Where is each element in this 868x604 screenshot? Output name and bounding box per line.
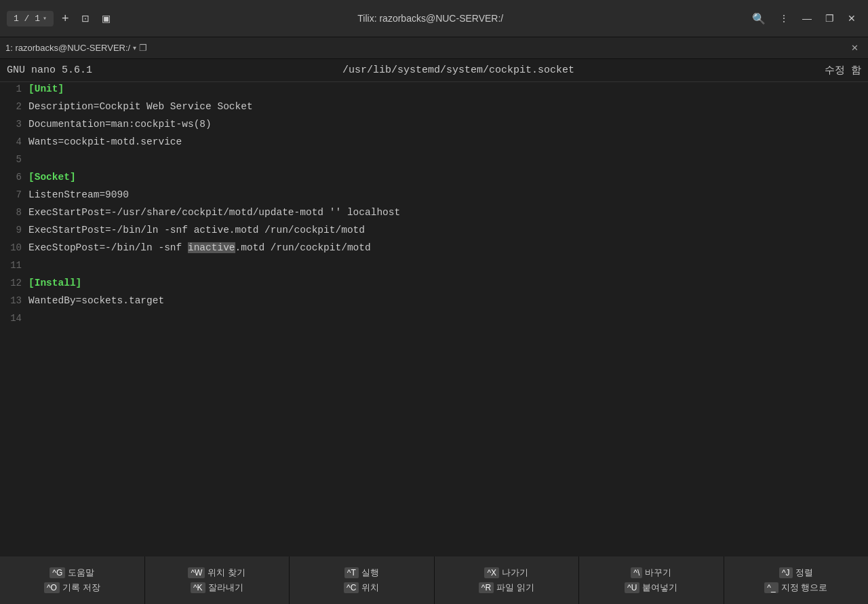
shortcut-key: ^O — [44, 582, 60, 593]
line-content: ExecStartPost=-/bin/ln -snf active.motd … — [28, 225, 365, 235]
line-number: 8 — [3, 207, 22, 218]
line-number: 7 — [3, 189, 22, 200]
restore-button[interactable]: ❐ — [820, 10, 840, 26]
line-number: 9 — [3, 225, 22, 235]
line-content: [Unit] — [28, 83, 64, 94]
shortcut-key: ^X — [484, 567, 499, 578]
shortcut-label: 위치 찾기 — [208, 567, 245, 579]
editor-line: 7ListenStream=9090 — [0, 189, 868, 207]
tab-count: 1 / 1 — [14, 14, 40, 24]
shortcut-row: ^R파일 읽기 — [479, 582, 534, 594]
line-number: 2 — [3, 101, 22, 112]
shortcut-col: ^X나가기^R파일 읽기 — [435, 556, 580, 604]
line-number: 1 — [3, 83, 22, 94]
nano-shortcuts: ^G도움말^O기록 저장^W위치 찾기^K잘라내기^T실행^C위치^X나가기^R… — [0, 556, 868, 604]
line-content: ExecStopPost=-/bin/ln -snf inactive.motd… — [28, 242, 371, 253]
editor-line: 5 — [0, 154, 868, 172]
line-number: 5 — [3, 154, 22, 165]
line-number: 6 — [3, 172, 22, 183]
shortcut-key: ^\ — [631, 567, 642, 578]
add-tab-button[interactable]: + — [58, 10, 73, 27]
shortcut-row: ^U붙여넣기 — [625, 582, 677, 594]
split-vertical-button[interactable]: ▣ — [98, 12, 115, 25]
shortcut-col: ^J정렬^_지정 행으로 — [724, 556, 869, 604]
session-restore-button[interactable]: ❐ — [136, 41, 150, 54]
shortcut-label: 나가기 — [502, 567, 528, 579]
shortcut-key: ^_ — [764, 582, 778, 593]
shortcut-row: ^G도움말 — [50, 567, 94, 579]
editor-content[interactable]: 1[Unit]2Description=Cockpit Web Service … — [0, 82, 868, 556]
editor-line: 13WantedBy=sockets.target — [0, 295, 868, 313]
shortcut-row: ^\바꾸기 — [631, 567, 671, 579]
line-content: ListenStream=9090 — [28, 189, 129, 200]
session-bar: 1: razorbacks@NUC-SERVER:/ ▾ ❐ ✕ — [0, 37, 868, 59]
shortcut-col: ^G도움말^O기록 저장 — [0, 556, 145, 604]
line-content: [Socket] — [28, 172, 76, 183]
line-number: 10 — [3, 242, 22, 253]
shortcut-row: ^_지정 행으로 — [764, 582, 827, 594]
editor-line: 2Description=Cockpit Web Service Socket — [0, 101, 868, 119]
shortcut-row: ^O기록 저장 — [44, 582, 100, 594]
shortcut-label: 잘라내기 — [208, 582, 243, 594]
editor-line: 8ExecStartPost=-/usr/share/cockpit/motd/… — [0, 207, 868, 225]
editor-container: GNU nano 5.6.1 /usr/lib/systemd/system/c… — [0, 59, 868, 556]
shortcut-key: ^C — [344, 582, 359, 593]
line-number: 14 — [3, 313, 22, 324]
line-content: Documentation=man:cockpit-ws(8) — [28, 119, 212, 130]
shortcut-row: ^W위치 찾기 — [188, 567, 245, 579]
line-number: 12 — [3, 278, 22, 288]
line-content: WantedBy=sockets.target — [28, 295, 164, 306]
editor-line: 6[Socket] — [0, 172, 868, 189]
session-close-button[interactable]: ✕ — [847, 41, 863, 54]
close-window-button[interactable]: ✕ — [842, 10, 861, 26]
shortcut-col: ^T실행^C위치 — [290, 556, 435, 604]
editor-line: 14 — [0, 313, 868, 331]
shortcut-label: 지정 행으로 — [781, 582, 828, 594]
shortcut-row: ^C위치 — [344, 582, 379, 594]
editor-line: 10ExecStopPost=-/bin/ln -snf inactive.mo… — [0, 242, 868, 260]
shortcut-row: ^X나가기 — [484, 567, 528, 579]
shortcut-key: ^K — [191, 582, 205, 593]
editor-line: 1[Unit] — [0, 83, 868, 101]
titlebar: 1 / 1 ▾ + ⊡ ▣ Tilix: razorbacks@NUC-SERV… — [0, 0, 868, 37]
shortcut-key: ^W — [188, 567, 205, 578]
shortcut-key: ^G — [50, 567, 65, 578]
menu-button[interactable]: ⋮ — [774, 10, 794, 26]
shortcut-key: ^J — [779, 567, 793, 578]
editor-line: 11 — [0, 260, 868, 278]
line-number: 11 — [3, 260, 22, 271]
shortcut-row: ^K잘라내기 — [191, 582, 243, 594]
nano-modified: 수정 함 — [825, 64, 861, 77]
shortcut-row: ^J정렬 — [779, 567, 813, 579]
shortcut-label: 도움말 — [68, 567, 94, 579]
shortcut-label: 붙여넣기 — [642, 582, 677, 594]
shortcut-key: ^R — [479, 582, 494, 593]
window-title: Tilix: razorbacks@NUC-SERVER:/ — [115, 13, 747, 24]
search-button[interactable]: 🔍 — [747, 10, 771, 28]
window-controls: 🔍 ⋮ — ❐ ✕ — [747, 10, 861, 28]
split-horizontal-button[interactable]: ⊡ — [77, 12, 94, 25]
tab-label[interactable]: 1 / 1 ▾ — [7, 11, 54, 26]
nano-topbar: GNU nano 5.6.1 /usr/lib/systemd/system/c… — [0, 59, 868, 82]
editor-line: 3Documentation=man:cockpit-ws(8) — [0, 119, 868, 136]
shortcut-label: 정렬 — [795, 567, 813, 579]
shortcut-label: 기록 저장 — [62, 582, 100, 594]
shortcut-label: 파일 읽기 — [496, 582, 534, 594]
nano-version: GNU nano 5.6.1 — [7, 64, 92, 76]
line-content: Wants=cockpit-motd.service — [28, 136, 182, 147]
line-number: 3 — [3, 119, 22, 130]
session-tab-label: 1: razorbacks@NUC-SERVER:/ — [5, 43, 130, 53]
minimize-button[interactable]: — — [797, 10, 817, 26]
editor-line: 4Wants=cockpit-motd.service — [0, 136, 868, 154]
nano-filepath: /usr/lib/systemd/system/cockpit.socket — [92, 64, 825, 76]
session-tab[interactable]: 1: razorbacks@NUC-SERVER:/ ▾ — [5, 43, 136, 53]
line-number: 4 — [3, 136, 22, 147]
shortcut-label: 실행 — [361, 567, 379, 579]
shortcut-key: ^U — [625, 582, 639, 593]
tab-area: 1 / 1 ▾ + ⊡ ▣ — [7, 10, 115, 27]
line-number: 13 — [3, 295, 22, 306]
line-content: Description=Cockpit Web Service Socket — [28, 101, 253, 112]
shortcut-label: 바꾸기 — [645, 567, 671, 579]
shortcut-label: 위치 — [361, 582, 379, 594]
bottom-bar: ^G도움말^O기록 저장^W위치 찾기^K잘라내기^T실행^C위치^X나가기^R… — [0, 556, 868, 604]
